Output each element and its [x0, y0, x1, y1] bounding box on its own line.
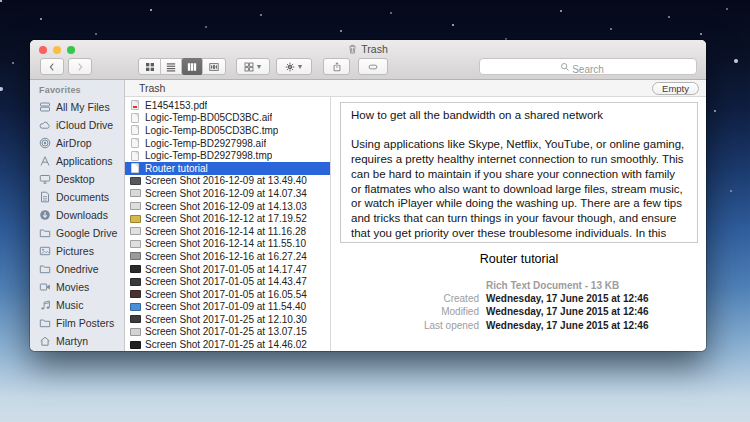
back-button[interactable]: [40, 58, 64, 75]
sidebar-item-airdrop[interactable]: AirDrop: [30, 134, 124, 152]
file-row-screen-shot-2017-01-05-at-14-17-47[interactable]: Screen Shot 2017-01-05 at 14.17.47: [125, 263, 330, 276]
sidebar-item-label: Google Drive: [56, 227, 117, 239]
icloud-drive-icon: [39, 119, 51, 131]
file-name: Screen Shot 2016-12-09 at 13.49.40: [145, 175, 307, 186]
preview-pane: How to get all the bandwidth on a shared…: [331, 97, 706, 351]
sidebar-item-label: Onedrive: [56, 263, 99, 275]
file-name: E1454153.pdf: [145, 100, 207, 111]
screenshot-thumbnail-icon: [130, 265, 141, 273]
blank-document-icon: [131, 138, 139, 148]
screenshot-thumbnail-icon: [130, 227, 141, 235]
icon-view-button[interactable]: [140, 58, 161, 75]
share-icon: [332, 62, 342, 72]
metadata-row-modified: ModifiedWednesday, 17 June 2015 at 12:46: [340, 305, 698, 318]
file-row-screen-shot-2016-12-14-at-11-16-28[interactable]: Screen Shot 2016-12-14 at 11.16.28: [125, 225, 330, 238]
search-icon: [560, 62, 570, 72]
file-row-logic-temp-bd2927998-aif[interactable]: Logic-Temp-BD2927998.aif: [125, 137, 330, 150]
sidebar-item-pictures[interactable]: Pictures: [30, 242, 124, 260]
window-chrome: Trash: [30, 40, 706, 80]
sidebar-item-martyn[interactable]: Martyn: [30, 332, 124, 350]
file-row-router-tutorial[interactable]: Router tutorial: [125, 162, 330, 175]
arrange-icon: [244, 62, 254, 72]
sidebar-item-documents[interactable]: Documents: [30, 188, 124, 206]
pictures-icon: [39, 245, 51, 257]
sidebar-item-applications[interactable]: Applications: [30, 152, 124, 170]
sidebar-item-label: Martyn: [56, 335, 88, 347]
screenshot-thumbnail-icon: [130, 341, 141, 349]
metadata-label: Last opened: [340, 319, 486, 332]
sidebar-item-label: All My Files: [56, 101, 110, 113]
file-row-e1454153-pdf[interactable]: E1454153.pdf: [125, 99, 330, 112]
file-list: E1454153.pdfLogic-Temp-BD05CD3BC.aifLogi…: [125, 97, 331, 351]
screenshot-thumbnail-icon: [130, 303, 141, 311]
window-title-text: Trash: [361, 43, 387, 55]
kind-label-spacer: [340, 279, 486, 292]
file-row-screen-shot-2016-12-16-at-16-27-24[interactable]: Screen Shot 2016-12-16 at 16.27.24: [125, 250, 330, 263]
folder-icon: [39, 227, 51, 239]
search-input[interactable]: [480, 62, 696, 77]
arrange-button[interactable]: ▼: [236, 58, 270, 75]
coverflow-view-icon: [209, 62, 219, 72]
search-field-wrap: [479, 58, 697, 75]
panes: E1454153.pdfLogic-Temp-BD05CD3BC.aifLogi…: [125, 97, 706, 351]
sidebar-item-music[interactable]: Music: [30, 296, 124, 314]
file-row-logic-temp-bd05cd3bc-aif[interactable]: Logic-Temp-BD05CD3BC.aif: [125, 112, 330, 125]
sidebar-item-google-drive[interactable]: Google Drive: [30, 224, 124, 242]
file-name: Logic-Temp-BD2927998.tmp: [145, 150, 272, 161]
file-row-screen-shot-2016-12-09-at-14-07-34[interactable]: Screen Shot 2016-12-09 at 14.07.34: [125, 187, 330, 200]
file-name: Screen Shot 2017-01-25 at 13.07.15: [145, 326, 307, 337]
sidebar-item-film-posters[interactable]: Film Posters: [30, 314, 124, 332]
tags-button[interactable]: [358, 58, 388, 75]
forward-button[interactable]: [68, 58, 92, 75]
file-row-screen-shot-2017-01-05-at-16-05-54[interactable]: Screen Shot 2017-01-05 at 16.05.54: [125, 288, 330, 301]
sidebar-item-icloud-drive[interactable]: iCloud Drive: [30, 116, 124, 134]
location-label: Trash: [139, 82, 165, 94]
file-row-logic-temp-bd05cd3bc-tmp[interactable]: Logic-Temp-BD05CD3BC.tmp: [125, 124, 330, 137]
file-row-screen-shot-2016-12-09-at-13-49-40[interactable]: Screen Shot 2016-12-09 at 13.49.40: [125, 175, 330, 188]
sidebar-item-movies[interactable]: Movies: [30, 278, 124, 296]
sidebar-item-desktop[interactable]: Desktop: [30, 170, 124, 188]
column-view-button[interactable]: [182, 58, 203, 75]
rtf-document-icon: [131, 163, 139, 173]
preview-file-title: Router tutorial: [340, 252, 698, 266]
file-name: Screen Shot 2016-12-09 at 14.13.03: [145, 201, 307, 212]
file-name: Logic-Temp-BD05CD3BC.tmp: [145, 125, 278, 136]
movies-icon: [39, 281, 51, 293]
coverflow-view-button[interactable]: [203, 58, 224, 75]
file-row-screen-shot-2016-12-12-at-17-19-52[interactable]: Screen Shot 2016-12-12 at 17.19.52: [125, 212, 330, 225]
home-icon: [39, 335, 51, 347]
sidebar-item-onedrive[interactable]: Onedrive: [30, 260, 124, 278]
file-name: Logic-Temp-BD2927998.aif: [145, 138, 266, 149]
file-row-screen-shot-2016-12-14-at-11-55-10[interactable]: Screen Shot 2016-12-14 at 11.55.10: [125, 238, 330, 251]
file-row-screen-shot-2017-01-25-at-12-10-30[interactable]: Screen Shot 2017-01-25 at 12.10.30: [125, 313, 330, 326]
metadata-row-created: CreatedWednesday, 17 June 2015 at 12:46: [340, 292, 698, 305]
list-view-icon: [166, 62, 176, 72]
document-preview[interactable]: How to get all the bandwidth on a shared…: [340, 102, 698, 243]
sidebar-item-label: AirDrop: [56, 137, 92, 149]
screenshot-thumbnail-icon: [130, 278, 141, 286]
sidebar-item-downloads[interactable]: Downloads: [30, 206, 124, 224]
document-body: Using applications like Skype, Netflix, …: [351, 137, 687, 243]
metadata-value: Wednesday, 17 June 2015 at 12:46: [486, 292, 649, 305]
chevron-right-icon: [75, 62, 85, 72]
metadata-label: Modified: [340, 305, 486, 318]
file-row-screen-shot-2017-01-05-at-14-43-47[interactable]: Screen Shot 2017-01-05 at 14.43.47: [125, 275, 330, 288]
right-column: Trash Empty E1454153.pdfLogic-Temp-BD05C…: [125, 80, 706, 351]
file-name: Screen Shot 2016-12-14 at 11.55.10: [145, 238, 306, 249]
file-row-screen-shot-2016-12-09-at-14-13-03[interactable]: Screen Shot 2016-12-09 at 14.13.03: [125, 200, 330, 213]
list-view-button[interactable]: [161, 58, 182, 75]
file-name: Screen Shot 2016-12-12 at 17.19.52: [145, 213, 307, 224]
desktop-icon: [39, 173, 51, 185]
sidebar-item-all-my-files[interactable]: All My Files: [30, 98, 124, 116]
empty-trash-button[interactable]: Empty: [652, 82, 699, 95]
sidebar-item-label: Film Posters: [56, 317, 114, 329]
action-button[interactable]: ▼: [276, 58, 312, 75]
file-row-logic-temp-bd2927998-tmp[interactable]: Logic-Temp-BD2927998.tmp: [125, 149, 330, 162]
tag-icon: [368, 62, 378, 72]
file-row-screen-shot-2017-01-25-at-13-07-15[interactable]: Screen Shot 2017-01-25 at 13.07.15: [125, 326, 330, 339]
file-row-screen-shot-2017-01-09-at-11-54-40[interactable]: Screen Shot 2017-01-09 at 11.54.40: [125, 301, 330, 314]
share-button[interactable]: [323, 58, 350, 75]
window-title: Trash: [30, 43, 706, 55]
window-content: Favorites All My FilesiCloud DriveAirDro…: [30, 80, 706, 351]
file-row-screen-shot-2017-01-25-at-14-46-02[interactable]: Screen Shot 2017-01-25 at 14.46.02: [125, 338, 330, 351]
